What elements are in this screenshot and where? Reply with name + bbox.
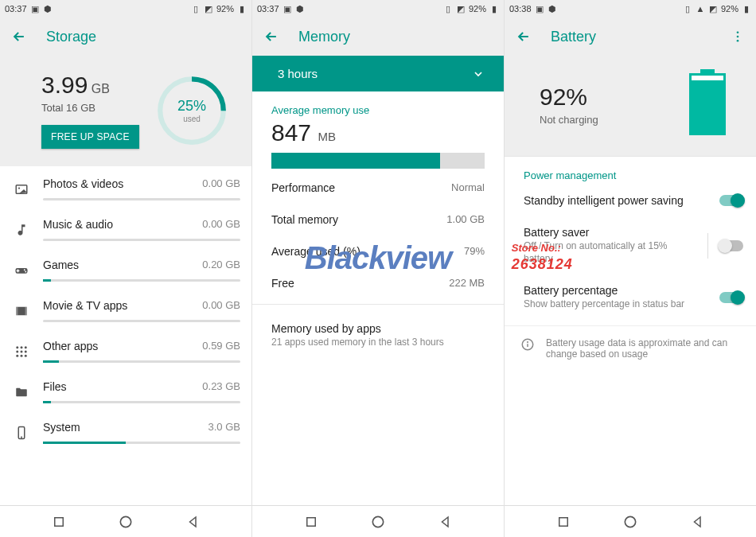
- storage-usage-ring: 25% used: [156, 75, 228, 146]
- debug-icon: ⬢: [43, 4, 53, 14]
- storage-total: Total 16 GB: [41, 102, 139, 114]
- nav-back-button[interactable]: [437, 513, 454, 531]
- svg-point-28: [737, 40, 739, 42]
- storage-row-bar: [43, 198, 240, 200]
- svg-rect-24: [306, 517, 315, 526]
- separator: [707, 233, 708, 259]
- battery-setting-row[interactable]: Standby intelligent power saving: [505, 185, 756, 216]
- nav-home-button[interactable]: [117, 513, 134, 531]
- memory-stat-row: Total memory1.00 GB: [271, 204, 485, 235]
- debug-icon: ⬢: [295, 4, 305, 14]
- setting-title: Battery saver: [524, 226, 696, 239]
- timespan-label: 3 hours: [278, 67, 318, 80]
- status-time: 03:37: [5, 4, 27, 14]
- nav-recent-button[interactable]: [302, 513, 320, 531]
- app-bar: Memory: [252, 18, 504, 56]
- status-time: 03:38: [509, 4, 532, 14]
- memory-stat-row: PerformanceNormal: [271, 172, 485, 204]
- movie-icon: [11, 304, 32, 318]
- svg-point-31: [528, 341, 528, 342]
- svg-point-7: [24, 269, 25, 270]
- avg-memory-value: 847: [271, 119, 311, 146]
- svg-rect-32: [559, 517, 567, 526]
- memory-stat-row: Average used (%)79%: [271, 235, 485, 267]
- nav-home-button[interactable]: [622, 513, 639, 531]
- avg-memory-unit: MB: [318, 130, 336, 143]
- svg-point-13: [21, 346, 23, 348]
- ring-percent: 25%: [177, 98, 206, 115]
- nav-back-button[interactable]: [185, 513, 202, 531]
- storage-row[interactable]: Photos & videos0.00 GB: [11, 166, 251, 207]
- storage-row[interactable]: Other apps0.59 GB: [11, 329, 251, 369]
- storage-row-bar: [43, 239, 240, 241]
- storage-row[interactable]: Music & audio0.00 GB: [11, 207, 251, 247]
- vibrate-icon: ▯: [443, 4, 453, 14]
- svg-rect-10: [16, 306, 18, 315]
- storage-row-value: 3.0 GB: [208, 421, 240, 434]
- free-up-space-button[interactable]: FREE UP SPACE: [41, 125, 139, 149]
- no-sim-icon: ◩: [456, 4, 466, 14]
- storage-used-value: 3.99: [41, 72, 88, 98]
- storage-row-label: Music & audio: [43, 218, 113, 231]
- page-title: Memory: [298, 29, 350, 45]
- apps-icon: [11, 344, 32, 359]
- storage-row-label: Movie & TV apps: [43, 299, 127, 312]
- storage-row[interactable]: Files0.23 GB: [11, 369, 251, 410]
- storage-row[interactable]: Games0.20 GB: [11, 247, 251, 288]
- status-battery-pct: 92%: [721, 4, 738, 14]
- storage-row-value: 0.20 GB: [202, 259, 240, 271]
- no-sim-icon: ◩: [204, 4, 213, 14]
- storage-row[interactable]: System3.0 GB: [11, 410, 251, 450]
- back-icon[interactable]: [263, 29, 279, 45]
- back-icon[interactable]: [11, 29, 27, 45]
- chevron-down-icon: [472, 68, 485, 80]
- storage-row[interactable]: Movie & TV apps0.00 GB: [11, 288, 251, 329]
- system-icon: [11, 426, 32, 440]
- svg-point-27: [737, 36, 739, 38]
- storage-row-value: 0.59 GB: [202, 340, 240, 352]
- storage-row-bar: [43, 320, 240, 322]
- memory-by-apps-row[interactable]: Memory used by apps 21 apps used memory …: [252, 309, 504, 360]
- status-time: 03:37: [257, 4, 279, 14]
- memory-row-value: 79%: [464, 245, 485, 258]
- screenshot-icon: ▣: [30, 4, 40, 14]
- svg-point-15: [16, 350, 18, 352]
- memory-row-label: Average used (%): [271, 245, 360, 258]
- toggle-switch[interactable]: [719, 195, 743, 206]
- back-icon[interactable]: [516, 29, 532, 45]
- app-bar: Battery: [505, 18, 756, 56]
- nav-home-button[interactable]: [369, 513, 387, 531]
- svg-point-16: [21, 350, 23, 352]
- no-sim-icon: ◩: [708, 4, 718, 14]
- svg-point-14: [25, 346, 27, 348]
- nav-back-button[interactable]: [689, 513, 707, 531]
- memory-stats-list: PerformanceNormalTotal memory1.00 GBAver…: [252, 172, 504, 299]
- storage-row-label: Games: [43, 259, 79, 271]
- battery-setting-row[interactable]: Battery percentageShow battery percentag…: [505, 274, 756, 321]
- ring-label: used: [183, 115, 201, 123]
- nav-recent-button[interactable]: [50, 513, 68, 531]
- memory-timespan-dropdown[interactable]: 3 hours: [252, 56, 504, 91]
- screenshot-icon: ▣: [535, 4, 544, 14]
- page-title: Battery: [551, 29, 596, 45]
- toggle-switch[interactable]: [719, 292, 743, 303]
- toggle-switch[interactable]: [719, 240, 743, 251]
- vibrate-icon: ▯: [683, 4, 692, 14]
- avg-memory-label: Average memory use: [271, 104, 485, 116]
- status-bar: 03:38 ▣ ⬢ ▯ ▲ ◩ 92% ▮: [505, 0, 756, 18]
- memory-row-value: 1.00 GB: [446, 213, 485, 226]
- svg-point-20: [25, 354, 27, 356]
- storage-category-list: Photos & videos0.00 GBMusic & audio0.00 …: [0, 166, 251, 450]
- svg-point-33: [625, 516, 635, 527]
- battery-setting-row[interactable]: Battery saverOff / Turn on automatically…: [505, 216, 756, 274]
- battery-icon: ▮: [489, 4, 499, 14]
- overflow-menu-icon[interactable]: [731, 29, 745, 44]
- storage-row-value: 0.00 GB: [202, 177, 240, 190]
- nav-recent-button[interactable]: [555, 513, 572, 531]
- pane-storage: 03:37 ▣ ⬢ ▯ ◩ 92% ▮ Storage 3.99 GB Tota…: [0, 0, 252, 537]
- storage-row-label: Files: [43, 380, 67, 393]
- svg-point-23: [120, 516, 131, 527]
- battery-hero[interactable]: 92% Not charging: [505, 56, 756, 157]
- status-bar: 03:37 ▣ ⬢ ▯ ◩ 92% ▮: [0, 0, 251, 18]
- storage-row-bar: [43, 401, 240, 403]
